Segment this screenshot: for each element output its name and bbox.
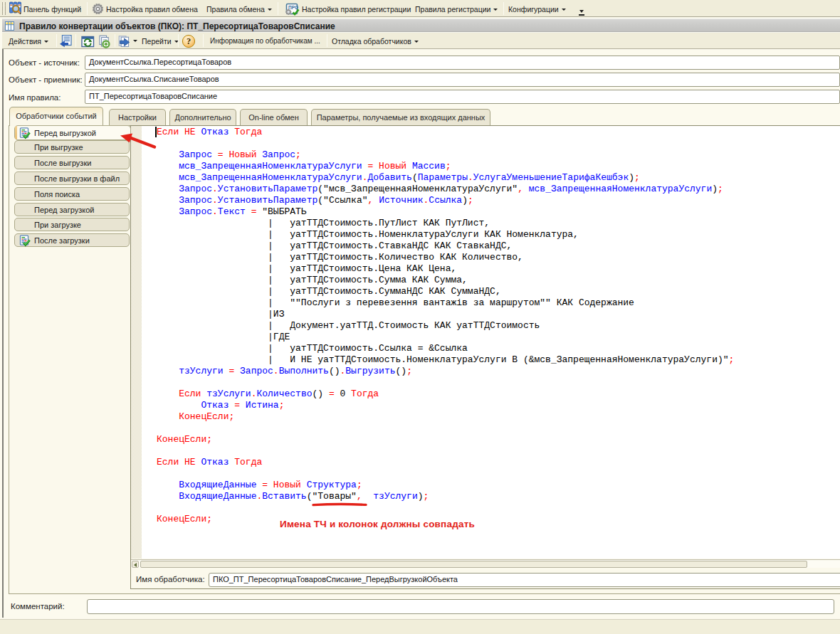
svg-text:ПРО: ПРО: [288, 5, 298, 10]
svg-text:?: ?: [187, 36, 191, 46]
